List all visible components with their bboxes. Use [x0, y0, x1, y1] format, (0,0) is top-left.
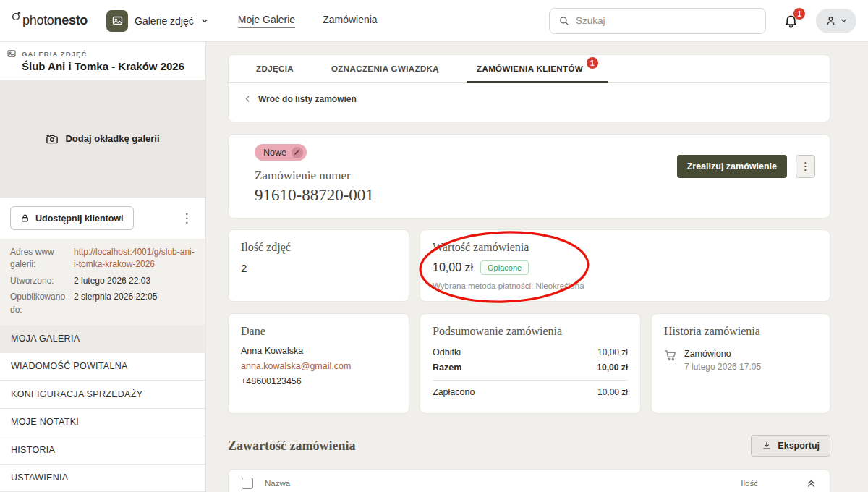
details-row: Dane Anna Kowalska anna.kowalska@gmail.c…	[228, 313, 830, 414]
history-card-title: Historia zamówienia	[664, 325, 817, 338]
order-summary-card: Podsumowanie zamówienia Odbitki 10,00 zł…	[420, 313, 641, 414]
add-cover-label: Dodaj okładkę galerii	[65, 133, 159, 144]
info-row-url: Adres www galerii: http://localhost:4001…	[10, 246, 195, 271]
gallery-image-icon	[7, 48, 17, 59]
main-content: ZDJĘCIA OZNACZENIA GWIAZDKĄ ZAMÓWIENIA K…	[206, 42, 868, 492]
customer-card-title: Dane	[241, 325, 396, 338]
customer-phone: +48600123456	[241, 376, 396, 386]
top-navigation: Moje Galerie Zamówienia	[238, 14, 378, 28]
history-event-date: 7 lutego 2026 17:05	[684, 362, 761, 372]
account-menu[interactable]	[816, 9, 856, 33]
sidebar-item-ustawienia[interactable]: USTAWIENIA	[0, 465, 205, 492]
logo-text: photonesto	[22, 13, 88, 28]
cart-icon	[664, 349, 677, 372]
camera-icon	[46, 132, 59, 145]
gallery-url-link[interactable]: http://localhost:4001/g/slub-ani-i-tomka…	[74, 246, 195, 271]
gallery-info: Adres www galerii: http://localhost:4001…	[0, 239, 205, 325]
customer-name: Anna Kowalska	[241, 346, 396, 356]
photos-count-title: Ilość zdjęć	[241, 241, 396, 254]
gallery-section-label: GALERIA ZDJĘĆ	[7, 48, 195, 59]
table-header-row: Nazwa Ilość	[229, 470, 830, 492]
summary-row-paid: Zapłacono 10,00 zł	[433, 387, 628, 397]
gallery-header: GALERIA ZDJĘĆ Ślub Ani i Tomka - Kraków …	[0, 42, 205, 80]
logo[interactable]: photonesto	[12, 13, 88, 28]
sidebar-item-wiadomosc-powitalna[interactable]: WIADOMOŚĆ POWITALNA	[0, 353, 205, 381]
gallery-selector[interactable]: Galerie zdjęć	[106, 10, 209, 32]
history-event-label: Zamówiono	[684, 349, 761, 359]
tab-zdjecia[interactable]: ZDJĘCIA	[237, 55, 312, 82]
select-all-checkbox[interactable]	[242, 478, 253, 489]
tabs-row: ZDJĘCIA OZNACZENIA GWIAZDKĄ ZAMÓWIENIA K…	[229, 55, 830, 83]
galleries-icon	[106, 10, 128, 32]
summary-divider	[433, 380, 628, 381]
notification-badge: 1	[793, 8, 805, 20]
order-history-card: Historia zamówienia Zamówiono 7 lutego 2…	[651, 313, 830, 414]
edit-status-icon	[292, 147, 303, 158]
gallery-selector-label: Galerie zdjęć	[135, 15, 194, 27]
notifications-button[interactable]: 1	[783, 13, 799, 28]
gallery-sidebar: GALERIA ZDJĘĆ Ślub Ani i Tomka - Kraków …	[0, 42, 206, 492]
search-icon	[558, 15, 569, 26]
tab-oznaczenia-gwiazdka[interactable]: OZNACZENIA GWIAZDKĄ	[312, 55, 458, 82]
export-button[interactable]: Eksportuj	[751, 435, 830, 457]
photos-count-card: Ilość zdjęć 2	[228, 229, 409, 302]
add-cover-area[interactable]: Dodaj okładkę galerii	[0, 80, 205, 198]
share-with-client-button[interactable]: Udostępnij klientowi	[10, 206, 134, 230]
order-items-table: Nazwa Ilość	[228, 469, 830, 492]
column-name-header: Nazwa	[265, 479, 290, 488]
sidebar-item-historia[interactable]: HISTORIA	[0, 436, 205, 465]
gallery-more-menu[interactable]: ⋮	[178, 211, 195, 226]
gallery-tabs-card: ZDJĘCIA OZNACZENIA GWIAZDKĄ ZAMÓWIENIA K…	[228, 54, 830, 122]
sidebar-item-moja-galeria[interactable]: MOJA GALERIA	[0, 325, 205, 353]
gallery-title: Ślub Ani i Tomka - Kraków 2026	[22, 60, 195, 72]
summary-row-total: Razem 10,00 zł	[433, 362, 628, 373]
order-header-card: Nowe Zamówienie numer 91610-88720-001 Zr…	[228, 134, 830, 219]
lock-icon	[20, 213, 30, 223]
column-qty-header: Ilość	[741, 479, 758, 488]
tab-zamowienia-klientow[interactable]: ZAMÓWIENIA KLIENTÓW 1	[458, 55, 617, 82]
payment-method-text: Wybrana metoda płatności: Nieokreślona	[433, 281, 817, 290]
paid-status-badge: Opłacone	[480, 260, 529, 275]
collapse-all-icon[interactable]	[806, 478, 817, 489]
fulfill-order-button[interactable]: Zrealizuj zamówienie	[677, 155, 787, 178]
user-icon	[825, 14, 837, 27]
order-content-title: Zawartość zamówienia	[228, 438, 355, 454]
nav-moje-galerie[interactable]: Moje Galerie	[238, 14, 295, 28]
info-label: Adres www galerii:	[10, 246, 74, 271]
order-number: 91610-88720-001	[255, 186, 815, 205]
customer-email-link[interactable]: anna.kowalska@gmail.com	[241, 361, 396, 371]
photos-count-value: 2	[241, 262, 396, 274]
search-input[interactable]	[576, 15, 757, 26]
sidebar-menu: MOJA GALERIA WIADOMOŚĆ POWITALNA KONFIGU…	[0, 325, 205, 492]
info-value: 2 lutego 2026 22:03	[74, 275, 195, 287]
order-value-title: Wartość zamówienia	[433, 241, 817, 254]
history-event-item: Zamówiono 7 lutego 2026 17:05	[664, 349, 817, 372]
chevron-down-icon	[840, 17, 848, 25]
download-icon	[762, 441, 772, 451]
share-row: Udostępnij klientowi ⋮	[0, 198, 205, 239]
back-to-orders-link[interactable]: Wróć do listy zamówień	[243, 94, 357, 104]
order-actions: Zrealizuj zamówienie ⋮	[677, 155, 815, 178]
nav-zamowienia[interactable]: Zamówienia	[323, 14, 377, 28]
order-more-menu[interactable]: ⋮	[796, 155, 815, 178]
summary-row-prints: Odbitki 10,00 zł	[433, 347, 628, 357]
order-content-header: Zawartość zamówienia Eksportuj	[228, 435, 830, 457]
chevron-left-icon	[243, 94, 252, 103]
info-row-published: Opublikowano do: 2 sierpnia 2026 22:05	[10, 291, 195, 316]
customer-data-card: Dane Anna Kowalska anna.kowalska@gmail.c…	[228, 313, 409, 414]
back-row: Wróć do listy zamówień	[229, 83, 830, 122]
summary-card-title: Podsumowanie zamówienia	[433, 325, 628, 338]
info-row-created: Utworzono: 2 lutego 2026 22:03	[10, 275, 195, 287]
orders-count-badge: 1	[587, 57, 598, 69]
sidebar-item-moje-notatki[interactable]: MOJE NOTATKI	[0, 409, 205, 437]
chevron-down-icon	[200, 17, 209, 25]
stats-row: Ilość zdjęć 2 Wartość zamówienia 10,00 z…	[228, 229, 830, 302]
search-box[interactable]	[549, 8, 766, 34]
order-amount: 10,00 zł	[433, 261, 473, 274]
order-status-badge[interactable]: Nowe	[255, 144, 307, 161]
info-value: 2 sierpnia 2026 22:05	[74, 291, 195, 316]
order-value-card: Wartość zamówienia 10,00 zł Opłacone Wyb…	[420, 229, 830, 302]
topbar: photonesto Galerie zdjęć Moje Galerie Za…	[0, 0, 868, 42]
info-label: Opublikowano do:	[10, 291, 74, 316]
sidebar-item-konfiguracja-sprzedazy[interactable]: KONFIGURACJA SPRZEDAŻY	[0, 381, 205, 409]
